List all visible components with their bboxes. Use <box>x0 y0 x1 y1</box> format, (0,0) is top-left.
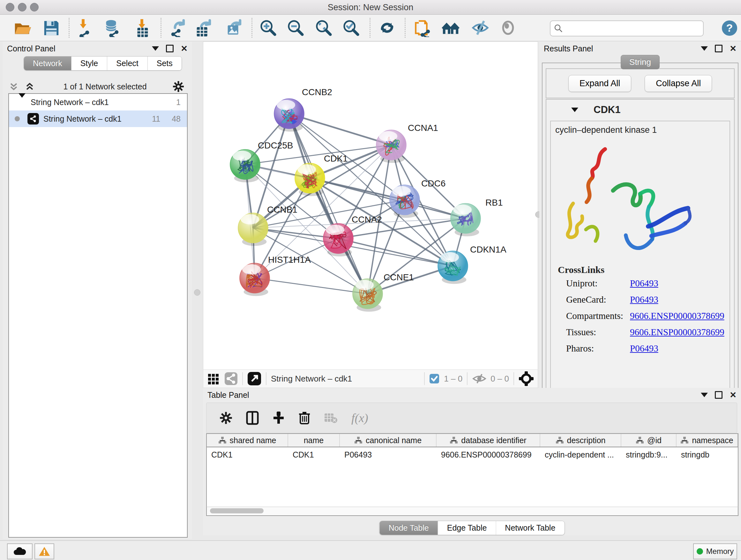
network-collection-row[interactable]: String Network – cdk1 1 <box>9 94 187 111</box>
close-panel-icon[interactable]: ✕ <box>181 46 188 51</box>
table-cell[interactable]: stringdb <box>677 450 738 459</box>
apply-layout-button[interactable] <box>377 18 397 37</box>
selected-checkbox[interactable] <box>429 374 440 384</box>
clone-icon <box>413 18 431 37</box>
network-row-selected[interactable]: String Network – cdk1 11 48 <box>9 111 187 127</box>
column-header-namespace[interactable]: namespace <box>677 434 738 447</box>
crosslink-label: Pharos: <box>566 343 630 354</box>
tab-sets[interactable]: Sets <box>148 57 182 70</box>
current-network-dot-icon <box>15 116 20 121</box>
table-cell[interactable]: 9606.ENSP00000378699 <box>436 450 540 459</box>
column-type-icon <box>218 436 226 444</box>
folder-icon <box>13 18 31 37</box>
eye-disabled-button[interactable] <box>498 18 518 37</box>
tab-edge-table[interactable]: Edge Table <box>438 521 496 535</box>
export-network-button[interactable] <box>167 18 188 37</box>
panel-menu-icon[interactable] <box>152 46 159 51</box>
tab-network[interactable]: Network <box>24 57 71 70</box>
save-session-button[interactable] <box>41 18 61 37</box>
import-table-button[interactable] <box>132 18 152 37</box>
column-header-canonical-name[interactable]: canonical name <box>340 434 436 447</box>
memory-status-dot <box>697 548 703 555</box>
float-panel-icon[interactable] <box>166 45 174 52</box>
grid-mode-icon[interactable] <box>207 372 220 385</box>
control-panel-tabs: NetworkStyleSelectSets <box>23 56 182 71</box>
help-button[interactable]: ? <box>721 20 738 37</box>
table-cell[interactable]: CDK1 <box>207 450 288 459</box>
panel-menu-icon[interactable] <box>701 393 708 397</box>
import-network-file-button[interactable] <box>73 18 94 37</box>
column-header--id[interactable]: @id <box>621 434 677 447</box>
float-panel-icon[interactable] <box>715 391 723 399</box>
svg-text:?: ? <box>726 22 733 34</box>
search-input[interactable] <box>550 20 704 37</box>
network-view[interactable]: CCNB2CCNA1CDC25BCDK1CDC6RB1CCNB1CCNA2CDK… <box>203 42 538 370</box>
tab-network-table[interactable]: Network Table <box>496 521 564 535</box>
crosslink-link[interactable]: P06493 <box>630 294 658 305</box>
zoom-out-button[interactable] <box>285 18 306 37</box>
import-network-database-button[interactable] <box>101 18 121 37</box>
crosslink-link[interactable]: 9606.ENSP00000378699 <box>630 311 724 321</box>
expand-all-tree-icon[interactable] <box>24 81 35 92</box>
add-column-icon[interactable] <box>272 411 285 425</box>
horizontal-scrollbar[interactable] <box>206 507 738 516</box>
crosslink-link[interactable]: 9606.ENSP00000378699 <box>630 327 724 337</box>
export-img-icon <box>225 18 243 37</box>
graph-node-CDC6: CDC6 <box>390 179 446 218</box>
close-panel-icon[interactable]: ✕ <box>730 46 737 51</box>
zoom-fit-button[interactable] <box>313 18 334 37</box>
column-type-icon <box>450 436 458 444</box>
splitter-handle[interactable] <box>194 289 200 296</box>
tab-string[interactable]: String <box>621 55 660 69</box>
memory-button[interactable]: Memory <box>693 543 737 559</box>
houses-button[interactable] <box>441 18 461 37</box>
table-cell[interactable]: cyclin-dependent ... <box>540 450 621 459</box>
table-options-gear-icon[interactable] <box>219 411 232 425</box>
collection-count: 1 <box>176 98 181 107</box>
tab-style[interactable]: Style <box>71 57 108 70</box>
export-image-button[interactable] <box>224 18 244 37</box>
zoom-in-button[interactable] <box>258 18 278 37</box>
detach-view-icon[interactable] <box>247 372 261 386</box>
tab-select[interactable]: Select <box>107 57 147 70</box>
warnings-button[interactable] <box>35 543 54 559</box>
delete-table-icon <box>324 412 338 424</box>
column-header-description[interactable]: description <box>540 434 621 447</box>
delete-column-trash-icon[interactable] <box>298 411 311 425</box>
scrollbar-thumb[interactable] <box>210 508 264 513</box>
column-header-name[interactable]: name <box>288 434 340 447</box>
show-columns-icon[interactable] <box>246 411 259 425</box>
panel-menu-icon[interactable] <box>701 46 708 51</box>
birdseye-crosshair-icon[interactable] <box>519 371 534 386</box>
close-panel-icon[interactable]: ✕ <box>730 392 737 398</box>
eye-slash-icon <box>471 18 489 37</box>
crosslink-link[interactable]: P06493 <box>630 278 658 289</box>
hide-visibility-button[interactable] <box>470 18 490 37</box>
column-header-shared-name[interactable]: shared name <box>207 434 288 447</box>
clone-network-button[interactable] <box>412 18 432 37</box>
crosslink-link[interactable]: P06493 <box>630 343 658 354</box>
export-table-button[interactable] <box>193 18 214 37</box>
network-options-gear-icon[interactable] <box>172 80 185 92</box>
toolbar-separator <box>160 18 161 38</box>
expand-all-button[interactable]: Expand All <box>568 75 631 92</box>
open-session-button[interactable] <box>12 18 32 37</box>
tab-node-table[interactable]: Node Table <box>380 521 438 535</box>
protein-description: cyclin–dependent kinase 1 <box>551 121 730 137</box>
hidden-eye-slash-icon[interactable] <box>472 373 487 384</box>
cloud-button[interactable] <box>7 543 32 559</box>
column-header-database-identifier[interactable]: database identifier <box>436 434 540 447</box>
protein-section-header[interactable]: CDK1 <box>546 100 734 119</box>
import-net-icon <box>74 18 93 37</box>
table-cell[interactable]: CDK1 <box>288 450 340 459</box>
graph-node-CCNB1: CCNB1 <box>238 205 297 246</box>
collapse-all-tree-icon[interactable] <box>8 81 19 92</box>
collapse-all-button[interactable]: Collapse All <box>645 75 712 92</box>
table-cell[interactable]: stringdb:9... <box>621 450 677 459</box>
search-icon <box>554 23 563 33</box>
table-row[interactable]: CDK1CDK1P064939606.ENSP00000378699cyclin… <box>207 447 738 462</box>
svg-text:CCNA2: CCNA2 <box>352 214 382 225</box>
zoom-selected-button[interactable] <box>341 18 361 37</box>
float-panel-icon[interactable] <box>715 45 723 52</box>
table-cell[interactable]: P06493 <box>340 450 436 459</box>
